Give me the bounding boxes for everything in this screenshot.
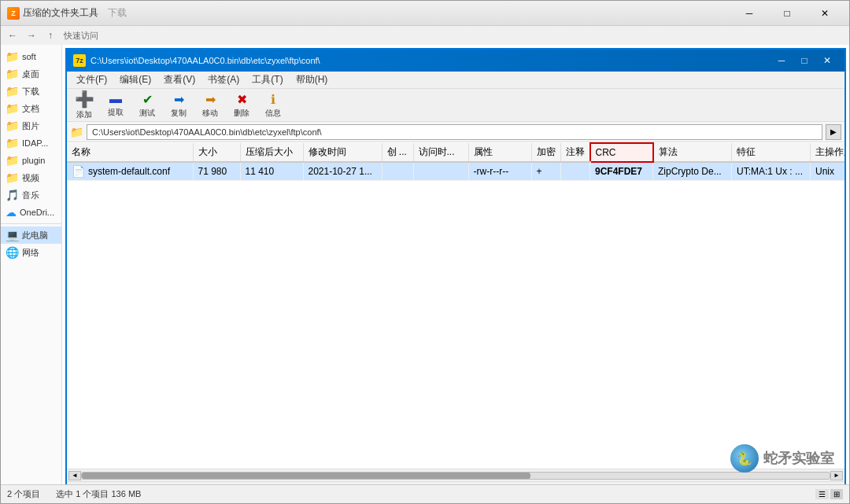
outer-titlebar-title: 压缩的文件夹工具 <box>23 6 98 20</box>
zip-maximize-icon: □ <box>801 55 807 66</box>
address-input[interactable] <box>87 124 822 140</box>
file-icon: 📄 <box>72 165 85 178</box>
sidebar-item-video[interactable]: 📁 视频 <box>1 169 61 186</box>
col-modified[interactable]: 修改时间 <box>303 143 382 162</box>
menu-tools[interactable]: 工具(T) <box>246 72 289 88</box>
copy-button[interactable]: ➡ 复制 <box>164 91 193 120</box>
titlebar-controls: ─ □ ✕ <box>731 2 843 25</box>
zip-close-button[interactable]: ✕ <box>816 51 838 70</box>
zip-close-icon: ✕ <box>823 55 831 66</box>
zip-maximize-button[interactable]: □ <box>793 51 815 70</box>
forward-button[interactable]: → <box>23 27 40 44</box>
test-icon: ✔ <box>142 92 153 107</box>
sidebar-item-downloads[interactable]: 📁 下载 <box>1 83 61 100</box>
table-row[interactable]: 📄 system-default.conf 71 980 11 410 <box>67 162 844 181</box>
test-label: 测试 <box>139 108 155 119</box>
info-button[interactable]: ℹ 信息 <box>259 91 287 120</box>
folder-icon: 📁 <box>6 171 19 184</box>
scrollbar-thumb[interactable] <box>82 473 530 479</box>
quick-access-toolbar: ← → ↑ 快速访问 <box>1 26 849 45</box>
menu-help[interactable]: 帮助(H) <box>290 72 334 88</box>
folder-icon: 📁 <box>6 68 19 80</box>
scroll-left-btn[interactable]: ◄ <box>68 471 81 480</box>
horizontal-scrollbar[interactable]: ◄ ► <box>67 469 844 481</box>
info-icon: ℹ <box>271 92 275 107</box>
file-hostos-cell: Unix <box>811 162 845 181</box>
sidebar-item-onedrive[interactable]: ☁ OneDri... <box>1 204 61 221</box>
status-total: 2 个项目 <box>7 488 40 500</box>
sidebar-item-pictures[interactable]: 📁 图片 <box>1 117 61 134</box>
zip-titlebar-title: C:\Users\iot\Desktop\470AALA0C0.bin\db\e… <box>91 56 771 65</box>
maximize-icon: □ <box>784 8 789 19</box>
up-icon: ↑ <box>48 30 53 41</box>
col-method[interactable]: 算法 <box>653 143 732 162</box>
file-compressed-cell: 11 410 <box>240 162 303 181</box>
zip-window: 7z C:\Users\iot\Desktop\470AALA0C0.bin\d… <box>65 48 846 500</box>
grid-view-btn[interactable]: ⊞ <box>830 489 843 499</box>
file-table: 名称 大小 压缩后大小 修改时间 <box>67 142 844 181</box>
file-comment-cell <box>560 162 590 181</box>
col-name[interactable]: 名称 <box>67 143 193 162</box>
quick-access-label: 快速访问 <box>64 30 98 42</box>
sidebar-item-network[interactable]: 🌐 网络 <box>1 244 61 261</box>
cloud-icon: ☁ <box>6 206 17 219</box>
add-button[interactable]: ➕ 添加 <box>70 91 98 120</box>
file-accessed-cell <box>413 162 468 181</box>
close-button[interactable]: ✕ <box>807 2 843 25</box>
sidebar-item-idap[interactable]: 📁 IDAP... <box>1 134 61 152</box>
folder-icon: 📁 <box>6 154 19 167</box>
zip-titlebar: 7z C:\Users\iot\Desktop\470AALA0C0.bin\d… <box>67 50 844 72</box>
col-comment[interactable]: 注释 <box>560 143 590 162</box>
back-button[interactable]: ← <box>4 27 21 44</box>
menu-view[interactable]: 查看(V) <box>157 72 201 88</box>
col-size[interactable]: 大小 <box>193 143 240 162</box>
sidebar-item-this-pc[interactable]: 💻 此电脑 <box>1 226 61 244</box>
folder-address-icon: 📁 <box>70 126 83 138</box>
up-button[interactable]: ↑ <box>42 27 59 44</box>
menu-bookmarks[interactable]: 书签(A) <box>201 72 246 88</box>
col-created[interactable]: 创 ... <box>382 143 413 162</box>
file-attr-cell: -rw-r--r-- <box>468 162 531 181</box>
menu-edit[interactable]: 编辑(E) <box>113 72 157 88</box>
file-characteristics-cell: UT:MA:1 Ux : ... <box>732 162 811 181</box>
delete-button[interactable]: ✖ 删除 <box>227 91 256 120</box>
file-list: 名称 大小 压缩后大小 修改时间 <box>67 142 844 469</box>
col-encrypted[interactable]: 加密 <box>531 143 560 162</box>
extract-button[interactable]: ▬ 提取 <box>102 91 130 120</box>
music-icon: 🎵 <box>6 189 19 201</box>
menubar: 文件(F) 编辑(E) 查看(V) 书签(A) 工具(T) <box>67 72 844 89</box>
file-method-cell: ZipCrypto De... <box>653 162 732 181</box>
sidebar-item-plugin[interactable]: 📁 plugin <box>1 152 61 169</box>
minimize-button[interactable]: ─ <box>731 2 767 25</box>
sidebar-item-desktop[interactable]: 📁 桌面 <box>1 65 61 83</box>
app-icon: Z <box>7 7 20 20</box>
menu-file[interactable]: 文件(F) <box>70 72 113 88</box>
move-button[interactable]: ➡ 移动 <box>196 91 224 120</box>
col-crc[interactable]: CRC <box>590 143 653 162</box>
col-hostos[interactable]: 主操作系统 <box>811 143 845 162</box>
col-accessed[interactable]: 访问时... <box>413 143 468 162</box>
sidebar-divider <box>1 223 61 224</box>
sidebar-item-music[interactable]: 🎵 音乐 <box>1 186 61 204</box>
copy-icon: ➡ <box>174 92 184 107</box>
scrollbar-track[interactable] <box>81 472 830 480</box>
folder-icon: 📁 <box>6 102 19 115</box>
col-compressed[interactable]: 压缩后大小 <box>240 143 303 162</box>
zip-minimize-button[interactable]: ─ <box>771 51 793 70</box>
maximize-button[interactable]: □ <box>769 2 805 25</box>
explorer-panel: 📁 soft 📁 桌面 📁 下载 📁 文档 📁 图片 📁 IDAP... <box>1 45 849 503</box>
add-icon: ➕ <box>75 90 94 109</box>
zip-app-icon: 7z <box>73 54 86 67</box>
folder-icon: 📁 <box>6 50 19 63</box>
col-attr[interactable]: 属性 <box>468 143 531 162</box>
watermark-logo: 🐍 <box>730 444 759 473</box>
test-button[interactable]: ✔ 测试 <box>133 91 161 120</box>
address-go-button[interactable]: ▶ <box>826 124 841 140</box>
computer-icon: 💻 <box>6 229 19 241</box>
copy-label: 复制 <box>171 108 187 119</box>
addressbar: 📁 ▶ <box>67 122 844 142</box>
sidebar-item-documents[interactable]: 📁 文档 <box>1 100 61 117</box>
list-view-btn[interactable]: ☰ <box>815 489 829 499</box>
sidebar-item-soft[interactable]: 📁 soft <box>1 48 61 65</box>
col-characteristics[interactable]: 特征 <box>732 143 811 162</box>
